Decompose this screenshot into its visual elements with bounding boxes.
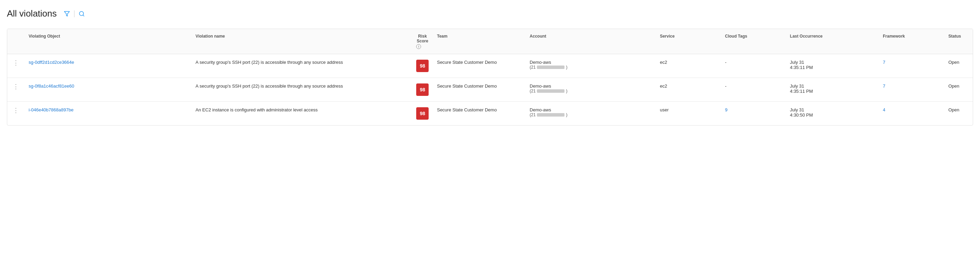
row-last-occurrence-cell: July 314:35:11 PM xyxy=(786,78,879,102)
filter-icon xyxy=(64,11,70,17)
row-service-cell: ec2 xyxy=(656,78,721,102)
account-name: Demo-aws xyxy=(530,107,652,112)
row-last-occurrence-cell: July 314:35:11 PM xyxy=(786,54,879,78)
account-name: Demo-aws xyxy=(530,83,652,89)
risk-header-content: Risk Score i xyxy=(416,34,429,49)
account-id-redacted xyxy=(537,65,565,69)
table-row: ⋮i-046e40b7868a897beAn EC2 instance is c… xyxy=(7,102,973,126)
table-row: ⋮sg-0dff2d1cd2ce3664eA security group's … xyxy=(7,54,973,78)
row-tags-cell: - xyxy=(721,78,786,102)
row-risk-cell: 98 xyxy=(412,54,433,78)
icon-divider xyxy=(74,10,75,17)
header-row: Violating Object Violation name Risk Sco… xyxy=(7,29,973,54)
row-framework-cell: 7 xyxy=(879,78,944,102)
row-framework-cell: 7 xyxy=(879,54,944,78)
row-last-occurrence-cell: July 314:30:50 PM xyxy=(786,102,879,126)
search-button[interactable] xyxy=(77,9,86,18)
row-violation-cell: A security group's SSH port (22) is acce… xyxy=(191,78,412,102)
framework-link[interactable]: 7 xyxy=(883,60,885,65)
col-header-service: Service xyxy=(656,29,721,54)
row-account-cell: Demo-aws(21) xyxy=(525,54,656,78)
row-status-cell: Open xyxy=(944,102,973,126)
col-header-risk: Risk Score i xyxy=(412,29,433,54)
violating-object-link[interactable]: sg-0f8a1c46acf81ee60 xyxy=(29,83,74,89)
row-account-cell: Demo-aws(21) xyxy=(525,102,656,126)
account-id: (21) xyxy=(530,112,652,117)
row-tags-cell: - xyxy=(721,54,786,78)
col-header-status: Status xyxy=(944,29,973,54)
violations-table-container: Violating Object Violation name Risk Sco… xyxy=(7,29,973,126)
row-menu-button[interactable]: ⋮ xyxy=(11,59,20,66)
filter-button[interactable] xyxy=(62,9,72,18)
row-risk-cell: 98 xyxy=(412,102,433,126)
risk-score-badge: 98 xyxy=(416,83,429,96)
row-team-cell: Secure State Customer Demo xyxy=(433,78,525,102)
account-id-redacted xyxy=(537,89,565,93)
row-menu-cell: ⋮ xyxy=(7,78,24,102)
row-account-cell: Demo-aws(21) xyxy=(525,78,656,102)
framework-link[interactable]: 7 xyxy=(883,83,885,89)
row-risk-cell: 98 xyxy=(412,78,433,102)
row-team-cell: Secure State Customer Demo xyxy=(433,102,525,126)
col-header-menu xyxy=(7,29,24,54)
col-header-violation: Violation name xyxy=(191,29,412,54)
framework-link[interactable]: 4 xyxy=(883,107,885,112)
row-tags-cell: 9 xyxy=(721,102,786,126)
row-violation-cell: A security group's SSH port (22) is acce… xyxy=(191,54,412,78)
account-id: (21) xyxy=(530,65,652,70)
table-row: ⋮sg-0f8a1c46acf81ee60A security group's … xyxy=(7,78,973,102)
row-object-cell: sg-0dff2d1cd2ce3664e xyxy=(24,54,191,78)
row-menu-button[interactable]: ⋮ xyxy=(11,107,20,114)
page-header: All violations xyxy=(7,8,973,19)
col-header-tags: Cloud Tags xyxy=(721,29,786,54)
col-header-team: Team xyxy=(433,29,525,54)
row-framework-cell: 4 xyxy=(879,102,944,126)
row-status-cell: Open xyxy=(944,78,973,102)
risk-info-icon[interactable]: i xyxy=(416,44,421,49)
row-violation-cell: An EC2 instance is configured with admin… xyxy=(191,102,412,126)
violating-object-link[interactable]: i-046e40b7868a897be xyxy=(29,107,73,112)
table-header: Violating Object Violation name Risk Sco… xyxy=(7,29,973,54)
search-icon xyxy=(79,11,85,17)
table-body: ⋮sg-0dff2d1cd2ce3664eA security group's … xyxy=(7,54,973,126)
svg-line-2 xyxy=(83,15,84,16)
col-header-account: Account xyxy=(525,29,656,54)
account-id-redacted xyxy=(537,113,565,116)
col-header-last: Last Occurrence xyxy=(786,29,879,54)
page-container: All violations Violating xyxy=(0,0,980,134)
page-title: All violations xyxy=(7,8,57,19)
row-menu-cell: ⋮ xyxy=(7,102,24,126)
header-icons xyxy=(62,9,86,18)
col-header-framework: Framework xyxy=(879,29,944,54)
row-service-cell: user xyxy=(656,102,721,126)
row-status-cell: Open xyxy=(944,54,973,78)
col-header-object: Violating Object xyxy=(24,29,191,54)
risk-score-badge: 98 xyxy=(416,107,429,120)
row-team-cell: Secure State Customer Demo xyxy=(433,54,525,78)
cloud-tags-value: 9 xyxy=(725,107,727,112)
row-menu-button[interactable]: ⋮ xyxy=(11,83,20,90)
svg-marker-0 xyxy=(64,11,69,16)
row-object-cell: i-046e40b7868a897be xyxy=(24,102,191,126)
row-service-cell: ec2 xyxy=(656,54,721,78)
row-object-cell: sg-0f8a1c46acf81ee60 xyxy=(24,78,191,102)
risk-score-badge: 98 xyxy=(416,60,429,72)
account-id: (21) xyxy=(530,89,652,94)
row-menu-cell: ⋮ xyxy=(7,54,24,78)
violations-table: Violating Object Violation name Risk Sco… xyxy=(7,29,973,125)
account-name: Demo-aws xyxy=(530,60,652,65)
violating-object-link[interactable]: sg-0dff2d1cd2ce3664e xyxy=(29,60,74,65)
